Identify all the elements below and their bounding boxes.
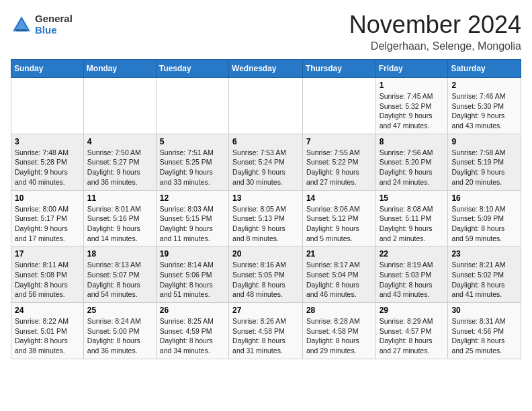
day-info: Sunrise: 8:13 AM Sunset: 5:07 PM Dayligh… — [87, 260, 152, 300]
day-number: 28 — [306, 306, 372, 315]
day-number: 3 — [15, 137, 80, 146]
calendar-cell: 18Sunrise: 8:13 AM Sunset: 5:07 PM Dayli… — [83, 246, 156, 303]
day-number: 8 — [380, 137, 445, 146]
weekday-header-friday: Friday — [375, 60, 448, 78]
day-number: 6 — [232, 137, 299, 146]
day-number: 21 — [306, 249, 372, 259]
calendar-cell — [229, 78, 303, 134]
day-info: Sunrise: 7:45 AM Sunset: 5:32 PM Dayligh… — [380, 91, 445, 131]
calendar-cell — [156, 78, 228, 134]
calendar-cell: 24Sunrise: 8:22 AM Sunset: 5:01 PM Dayli… — [11, 303, 84, 359]
day-number: 5 — [160, 137, 225, 146]
calendar-cell — [83, 78, 156, 134]
day-info: Sunrise: 8:17 AM Sunset: 5:04 PM Dayligh… — [306, 260, 372, 300]
day-number: 1 — [380, 81, 445, 90]
calendar-cell: 3Sunrise: 7:48 AM Sunset: 5:28 PM Daylig… — [11, 134, 84, 190]
calendar-cell: 17Sunrise: 8:11 AM Sunset: 5:08 PM Dayli… — [11, 246, 84, 303]
calendar-cell: 23Sunrise: 8:21 AM Sunset: 5:02 PM Dayli… — [448, 246, 521, 303]
day-info: Sunrise: 8:31 AM Sunset: 4:56 PM Dayligh… — [451, 316, 517, 356]
day-info: Sunrise: 7:56 AM Sunset: 5:20 PM Dayligh… — [380, 148, 445, 187]
calendar-cell: 7Sunrise: 7:55 AM Sunset: 5:22 PM Daylig… — [302, 134, 375, 190]
day-info: Sunrise: 7:51 AM Sunset: 5:25 PM Dayligh… — [160, 148, 225, 187]
day-number: 23 — [451, 249, 517, 259]
day-number: 26 — [160, 306, 225, 315]
calendar-week-4: 17Sunrise: 8:11 AM Sunset: 5:08 PM Dayli… — [11, 246, 521, 303]
day-info: Sunrise: 8:08 AM Sunset: 5:11 PM Dayligh… — [380, 204, 445, 244]
day-number: 25 — [87, 306, 152, 315]
calendar-cell: 4Sunrise: 7:50 AM Sunset: 5:27 PM Daylig… — [83, 134, 156, 190]
calendar-cell: 5Sunrise: 7:51 AM Sunset: 5:25 PM Daylig… — [156, 134, 228, 190]
day-number: 7 — [306, 137, 372, 146]
calendar-cell: 21Sunrise: 8:17 AM Sunset: 5:04 PM Dayli… — [302, 246, 375, 303]
calendar-cell: 10Sunrise: 8:00 AM Sunset: 5:17 PM Dayli… — [11, 190, 84, 246]
day-number: 13 — [232, 193, 299, 203]
calendar-cell: 25Sunrise: 8:24 AM Sunset: 5:00 PM Dayli… — [83, 303, 156, 359]
day-number: 27 — [232, 306, 299, 315]
day-info: Sunrise: 8:03 AM Sunset: 5:15 PM Dayligh… — [160, 204, 225, 244]
calendar-cell: 28Sunrise: 8:28 AM Sunset: 4:58 PM Dayli… — [302, 303, 375, 359]
day-number: 30 — [451, 306, 517, 315]
day-info: Sunrise: 8:16 AM Sunset: 5:05 PM Dayligh… — [232, 260, 299, 300]
logo-text: General Blue — [35, 13, 73, 36]
calendar-body: 1Sunrise: 7:45 AM Sunset: 5:32 PM Daylig… — [11, 78, 521, 359]
calendar-week-1: 1Sunrise: 7:45 AM Sunset: 5:32 PM Daylig… — [11, 78, 521, 134]
calendar-header: SundayMondayTuesdayWednesdayThursdayFrid… — [11, 60, 521, 78]
day-info: Sunrise: 7:50 AM Sunset: 5:27 PM Dayligh… — [87, 148, 152, 187]
day-number: 12 — [160, 193, 225, 203]
calendar-cell: 11Sunrise: 8:01 AM Sunset: 5:16 PM Dayli… — [83, 190, 156, 246]
calendar-cell: 22Sunrise: 8:19 AM Sunset: 5:03 PM Dayli… — [375, 246, 448, 303]
month-title: November 2024 — [349, 11, 521, 39]
page-header: General Blue November 2024 Delgerhaan, S… — [11, 11, 521, 52]
calendar-cell: 14Sunrise: 8:06 AM Sunset: 5:12 PM Dayli… — [302, 190, 375, 246]
day-number: 9 — [451, 137, 517, 146]
logo-icon — [11, 14, 32, 36]
calendar-cell: 15Sunrise: 8:08 AM Sunset: 5:11 PM Dayli… — [375, 190, 448, 246]
calendar-cell: 8Sunrise: 7:56 AM Sunset: 5:20 PM Daylig… — [375, 134, 448, 190]
day-number: 14 — [306, 193, 372, 203]
day-number: 24 — [15, 306, 80, 315]
day-info: Sunrise: 8:28 AM Sunset: 4:58 PM Dayligh… — [306, 316, 372, 356]
day-info: Sunrise: 8:01 AM Sunset: 5:16 PM Dayligh… — [87, 204, 152, 244]
day-number: 4 — [87, 137, 152, 146]
calendar-cell: 2Sunrise: 7:46 AM Sunset: 5:30 PM Daylig… — [448, 78, 521, 134]
calendar-cell: 9Sunrise: 7:58 AM Sunset: 5:19 PM Daylig… — [448, 134, 521, 190]
day-info: Sunrise: 8:19 AM Sunset: 5:03 PM Dayligh… — [380, 260, 445, 300]
day-number: 29 — [380, 306, 445, 315]
day-info: Sunrise: 7:58 AM Sunset: 5:19 PM Dayligh… — [451, 148, 517, 187]
weekday-header-row: SundayMondayTuesdayWednesdayThursdayFrid… — [11, 60, 521, 78]
logo-general-text: General — [35, 13, 73, 25]
day-info: Sunrise: 7:53 AM Sunset: 5:24 PM Dayligh… — [232, 148, 299, 187]
day-info: Sunrise: 8:22 AM Sunset: 5:01 PM Dayligh… — [15, 316, 80, 356]
calendar-cell — [11, 78, 84, 134]
day-number: 10 — [15, 193, 80, 203]
day-number: 17 — [15, 249, 80, 259]
day-info: Sunrise: 7:48 AM Sunset: 5:28 PM Dayligh… — [15, 148, 80, 187]
calendar-week-5: 24Sunrise: 8:22 AM Sunset: 5:01 PM Dayli… — [11, 303, 521, 359]
calendar-cell: 20Sunrise: 8:16 AM Sunset: 5:05 PM Dayli… — [229, 246, 303, 303]
day-number: 11 — [87, 193, 152, 203]
calendar-cell: 19Sunrise: 8:14 AM Sunset: 5:06 PM Dayli… — [156, 246, 228, 303]
day-info: Sunrise: 8:00 AM Sunset: 5:17 PM Dayligh… — [15, 204, 80, 244]
day-info: Sunrise: 8:26 AM Sunset: 4:58 PM Dayligh… — [232, 316, 299, 356]
day-info: Sunrise: 7:55 AM Sunset: 5:22 PM Dayligh… — [306, 148, 372, 187]
day-info: Sunrise: 8:29 AM Sunset: 4:57 PM Dayligh… — [380, 316, 445, 356]
calendar-cell: 1Sunrise: 7:45 AM Sunset: 5:32 PM Daylig… — [375, 78, 448, 134]
day-info: Sunrise: 7:46 AM Sunset: 5:30 PM Dayligh… — [451, 91, 517, 131]
day-number: 15 — [380, 193, 445, 203]
calendar-cell: 30Sunrise: 8:31 AM Sunset: 4:56 PM Dayli… — [448, 303, 521, 359]
day-info: Sunrise: 8:21 AM Sunset: 5:02 PM Dayligh… — [451, 260, 517, 300]
calendar-cell: 12Sunrise: 8:03 AM Sunset: 5:15 PM Dayli… — [156, 190, 228, 246]
calendar-week-3: 10Sunrise: 8:00 AM Sunset: 5:17 PM Dayli… — [11, 190, 521, 246]
location-title: Delgerhaan, Selenge, Mongolia — [349, 40, 521, 52]
calendar-cell: 13Sunrise: 8:05 AM Sunset: 5:13 PM Dayli… — [229, 190, 303, 246]
day-number: 16 — [451, 193, 517, 203]
calendar-cell — [302, 78, 375, 134]
calendar-cell: 29Sunrise: 8:29 AM Sunset: 4:57 PM Dayli… — [375, 303, 448, 359]
calendar-cell: 6Sunrise: 7:53 AM Sunset: 5:24 PM Daylig… — [229, 134, 303, 190]
weekday-header-sunday: Sunday — [11, 60, 84, 78]
calendar-table: SundayMondayTuesdayWednesdayThursdayFrid… — [11, 59, 521, 359]
day-number: 2 — [451, 81, 517, 90]
day-info: Sunrise: 8:06 AM Sunset: 5:12 PM Dayligh… — [306, 204, 372, 244]
day-info: Sunrise: 8:24 AM Sunset: 5:00 PM Dayligh… — [87, 316, 152, 356]
calendar-cell: 27Sunrise: 8:26 AM Sunset: 4:58 PM Dayli… — [229, 303, 303, 359]
